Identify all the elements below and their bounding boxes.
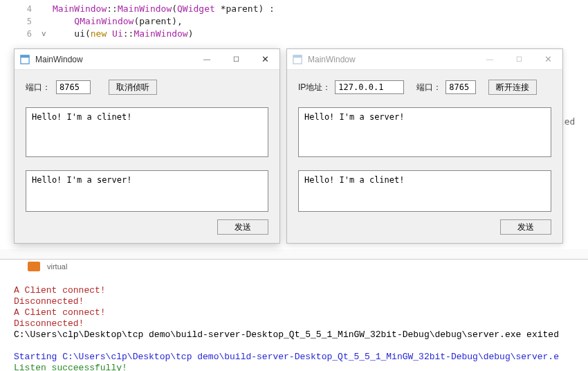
titlebar[interactable]: MainWindow — ☐ ✕ xyxy=(287,49,562,70)
minimize-button[interactable]: — xyxy=(192,49,221,70)
console-toolbar: virtual xyxy=(28,262,67,271)
send-button[interactable]: 发送 xyxy=(500,219,551,235)
close-button[interactable]: ✕ xyxy=(533,49,562,70)
code-line: 4MainWindow::MainWindow(QWidget *parent)… xyxy=(0,3,588,15)
window-title: MainWindow xyxy=(308,55,475,64)
console-line: Disconnected! xyxy=(14,296,84,307)
ip-label: IP地址： xyxy=(298,82,331,93)
toolbar-stub-label: virtual xyxy=(47,262,67,271)
connection-toggle-button[interactable]: 断开连接 xyxy=(488,80,537,95)
window-app-icon xyxy=(15,55,35,64)
console-line: A Client connect! xyxy=(14,307,106,318)
client-window: MainWindow — ☐ ✕ IP地址： 端口： 断开连接 发送 xyxy=(286,48,563,244)
warning-badge-icon xyxy=(28,262,40,271)
maximize-button[interactable]: ☐ xyxy=(221,49,250,70)
port-label: 端口： xyxy=(416,82,441,93)
maximize-button[interactable]: ☐ xyxy=(504,49,533,70)
code-line: 5 QMainWindow(parent), xyxy=(0,15,588,28)
send-button[interactable]: 发送 xyxy=(217,219,268,235)
close-button[interactable]: ✕ xyxy=(250,49,279,70)
port-label: 端口： xyxy=(26,82,50,93)
minimize-button[interactable]: — xyxy=(475,49,504,70)
console-line: Disconnected! xyxy=(14,318,84,329)
server-window: MainWindow — ☐ ✕ 端口： 取消侦听 发送 xyxy=(14,48,280,244)
outgoing-message-input[interactable] xyxy=(26,170,268,212)
svg-rect-1 xyxy=(21,55,29,57)
window-app-icon xyxy=(287,55,308,64)
application-output: A Client connect! Disconnected! A Client… xyxy=(14,274,559,371)
port-input[interactable] xyxy=(445,80,476,94)
console-line: Starting C:\Users\clp\Desktop\tcp demo\b… xyxy=(14,352,559,362)
console-line: C:\Users\clp\Desktop\tcp demo\build-serv… xyxy=(14,329,559,340)
titlebar[interactable]: MainWindow — ☐ ✕ xyxy=(15,49,279,70)
outgoing-message-input[interactable] xyxy=(298,170,551,212)
window-title: MainWindow xyxy=(35,55,192,64)
console-line: Listen succeessfully! xyxy=(14,363,127,371)
console-line: A Client connect! xyxy=(14,285,106,296)
received-messages[interactable] xyxy=(26,107,268,157)
received-messages[interactable] xyxy=(298,107,551,157)
ip-input[interactable] xyxy=(335,80,404,94)
code-line: 6v ui(new Ui::MainWindow) xyxy=(0,28,588,40)
listen-toggle-button[interactable]: 取消侦听 xyxy=(109,80,157,95)
svg-rect-3 xyxy=(293,55,302,57)
port-input[interactable] xyxy=(56,80,91,94)
